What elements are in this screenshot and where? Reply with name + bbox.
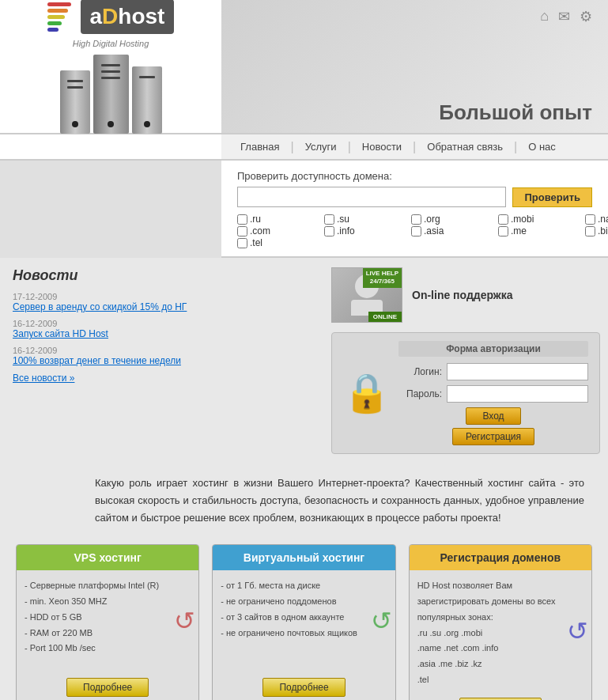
news-item-3[interactable]: 100% возврат денег в течение недели (13, 355, 311, 366)
logo-host: host (118, 4, 164, 29)
tld-com[interactable]: .com (237, 225, 324, 236)
vps-feature-2: - min. Xeon 350 MHZ (25, 594, 191, 610)
tld-asia[interactable]: .asia (411, 225, 498, 236)
domain-input[interactable] (237, 187, 506, 207)
login-label: Логин: (398, 366, 442, 377)
virtual-header: Виртуальный хостинг (213, 545, 395, 570)
domain-feature-5: .tel (417, 672, 583, 688)
virtual-feature-3: - от 3 сайтов в одном аккаунте (221, 610, 387, 626)
domain-feature-2: .ru .su .org .mobi (417, 626, 583, 641)
tld-me[interactable]: .me (498, 225, 585, 236)
online-status: ONLINE (368, 312, 402, 322)
tld-mobi[interactable]: .mobi (498, 214, 585, 225)
news-section: Новости 17-12-2009 Сервер в аренду со ск… (0, 258, 323, 464)
news-item-2[interactable]: Запуск сайта HD Host (13, 328, 311, 339)
logo-subtitle: High Digital Hosting (73, 39, 149, 48)
auth-box: 🔒 Форма авторизации Логин: Пароль: Вход (331, 332, 600, 454)
right-panel: LIVE HELP24/7/365 ONLINE On-line поддерж… (323, 258, 608, 464)
auth-title: Форма авторизации (398, 341, 588, 357)
nav-feedback[interactable]: Обратная связь (416, 134, 514, 159)
refresh-icon-virtual: ↺ (371, 599, 392, 645)
description-section: Какую роль играет хостинг в жизни Вашего… (0, 464, 608, 535)
virtual-feature-2: - не ограничено поддоменов (221, 594, 387, 610)
virtual-feature-1: - от 1 Гб. места на диске (221, 578, 387, 594)
virtual-feature-4: - не ограничено почтовых ящиков (221, 626, 387, 641)
vps-feature-3: - HDD от 5 GB (25, 610, 191, 626)
domain-feature-3: .name .net .com .info (417, 641, 583, 656)
news-date-2: 16-12-2009 (13, 319, 311, 328)
domain-section: Проверить доступность домена: Проверить … (221, 161, 608, 258)
tld-ru[interactable]: .ru (237, 214, 324, 225)
vps-header: VPS хостинг (17, 545, 198, 570)
mail-icon[interactable]: ✉ (558, 8, 570, 25)
domain-feature-4: .asia .me .biz .kz (417, 656, 583, 672)
vps-feature-1: - Серверные платформы Intel (R) (25, 578, 191, 594)
logo-text: a (90, 4, 103, 29)
news-title: Новости (13, 267, 311, 284)
tld-info[interactable]: .info (324, 225, 411, 236)
refresh-icon-vps: ↺ (174, 599, 195, 645)
password-input[interactable] (447, 385, 588, 403)
all-news-link[interactable]: Все новости » (13, 373, 311, 384)
news-item-1[interactable]: Сервер в аренду со скидкой 15% до НГ (13, 301, 311, 312)
nav-services[interactable]: Услуги (294, 134, 348, 159)
header-icons: ⌂ ✉ ⚙ (540, 8, 592, 25)
home-icon[interactable]: ⌂ (540, 8, 549, 25)
virtual-service-box: Виртуальный хостинг - от 1 Гб. места на … (212, 544, 395, 700)
settings-icon[interactable]: ⚙ (580, 8, 592, 25)
domain-check-button[interactable]: Проверить (512, 187, 592, 207)
vps-service-box: VPS хостинг - Серверные платформы Intel … (16, 544, 199, 700)
live-help-badge: LIVE HELP24/7/365 (363, 268, 402, 288)
domain-reg-header: Регистрация доменов (410, 545, 591, 570)
tld-su[interactable]: .su (324, 214, 411, 225)
nav-about[interactable]: О нас (517, 134, 567, 159)
services-section: VPS хостинг - Серверные платформы Intel … (0, 535, 608, 700)
live-help-box: LIVE HELP24/7/365 ONLINE On-line поддерж… (331, 267, 600, 323)
tld-grid: .ru .su .org .mobi .name .net .com .info… (237, 214, 592, 248)
page-tagline: Большой опыт (439, 100, 592, 125)
login-input[interactable] (447, 363, 588, 380)
logo-d: D (102, 4, 118, 29)
news-date-3: 16-12-2009 (13, 346, 311, 355)
nav-news[interactable]: Новости (351, 134, 413, 159)
domain-service-box: Регистрация доменов HD Host позволяет Ва… (409, 544, 592, 700)
nav-bar: Главная | Услуги | Новости | Обратная св… (221, 134, 608, 159)
refresh-icon-domain: ↺ (567, 609, 588, 655)
lock-icon: 🔒 (343, 374, 391, 412)
login-button[interactable]: Вход (466, 407, 520, 425)
description-text: Какую роль играет хостинг в жизни Вашего… (95, 475, 584, 527)
news-date-1: 17-12-2009 (13, 292, 311, 301)
register-button[interactable]: Регистрация (452, 428, 534, 445)
domain-feature-1: HD Host позволяет Вам зарегистрировать д… (417, 578, 583, 625)
tld-biz[interactable]: .biz (585, 225, 608, 236)
live-help-label: On-line поддержка (412, 289, 513, 301)
live-help-image: LIVE HELP24/7/365 ONLINE (331, 267, 402, 323)
vps-feature-5: - Port 100 Mb /sec (25, 641, 191, 656)
domain-label: Проверить доступность домена: (237, 170, 592, 182)
virtual-more-button[interactable]: Подробнее (262, 678, 345, 697)
tld-name[interactable]: .name (585, 214, 608, 225)
vps-more-button[interactable]: Подробнее (66, 678, 149, 697)
password-label: Пароль: (398, 388, 442, 399)
nav-home[interactable]: Главная (229, 134, 290, 159)
vps-feature-4: - RAM от 220 MB (25, 626, 191, 641)
tld-tel[interactable]: .tel (237, 237, 324, 248)
tld-org[interactable]: .org (411, 214, 498, 225)
